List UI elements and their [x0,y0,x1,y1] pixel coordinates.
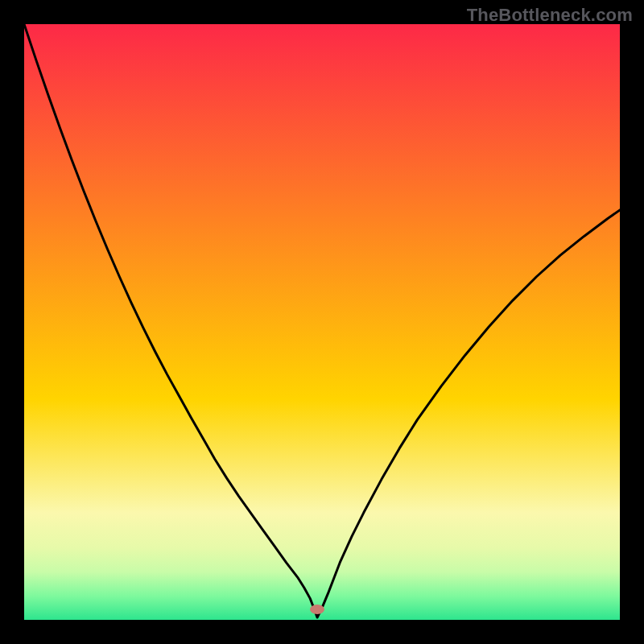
bottleneck-curve [24,24,620,620]
plot-area [24,24,620,620]
optimal-point-marker [310,605,324,614]
chart-frame: TheBottleneck.com [0,0,644,644]
watermark-text: TheBottleneck.com [467,5,633,26]
